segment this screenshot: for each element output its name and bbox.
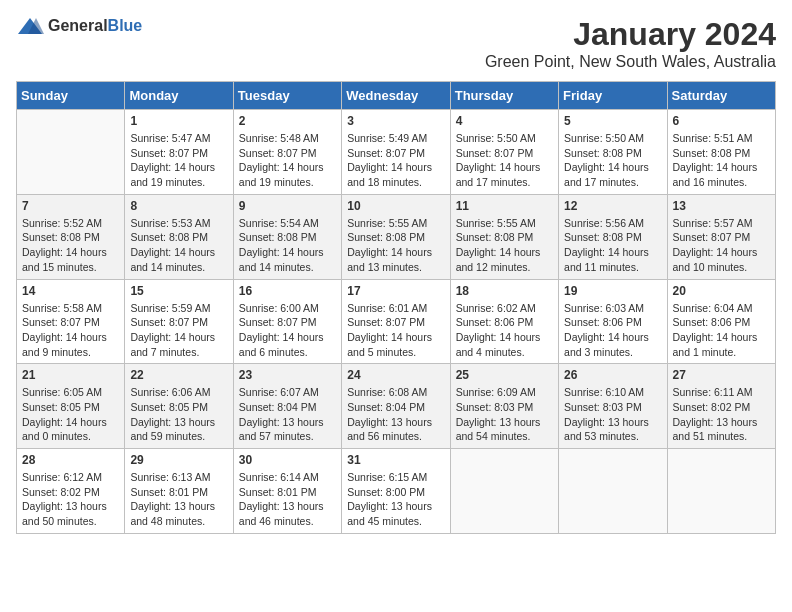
calendar-header-wednesday: Wednesday — [342, 82, 450, 110]
day-info: Sunrise: 5:50 AM Sunset: 8:08 PM Dayligh… — [564, 131, 661, 190]
day-number: 22 — [130, 368, 227, 382]
day-number: 4 — [456, 114, 553, 128]
page-header: GeneralBlue January 2024 Green Point, Ne… — [16, 16, 776, 71]
day-number: 23 — [239, 368, 336, 382]
calendar-cell: 21Sunrise: 6:05 AM Sunset: 8:05 PM Dayli… — [17, 364, 125, 449]
day-number: 6 — [673, 114, 770, 128]
day-info: Sunrise: 5:51 AM Sunset: 8:08 PM Dayligh… — [673, 131, 770, 190]
calendar-cell: 30Sunrise: 6:14 AM Sunset: 8:01 PM Dayli… — [233, 449, 341, 534]
calendar-cell: 20Sunrise: 6:04 AM Sunset: 8:06 PM Dayli… — [667, 279, 775, 364]
day-info: Sunrise: 5:54 AM Sunset: 8:08 PM Dayligh… — [239, 216, 336, 275]
day-number: 2 — [239, 114, 336, 128]
calendar-cell — [17, 110, 125, 195]
calendar-header-friday: Friday — [559, 82, 667, 110]
calendar-header-row: SundayMondayTuesdayWednesdayThursdayFrid… — [17, 82, 776, 110]
calendar-cell: 26Sunrise: 6:10 AM Sunset: 8:03 PM Dayli… — [559, 364, 667, 449]
day-info: Sunrise: 6:13 AM Sunset: 8:01 PM Dayligh… — [130, 470, 227, 529]
calendar-cell: 25Sunrise: 6:09 AM Sunset: 8:03 PM Dayli… — [450, 364, 558, 449]
day-number: 19 — [564, 284, 661, 298]
calendar-cell: 14Sunrise: 5:58 AM Sunset: 8:07 PM Dayli… — [17, 279, 125, 364]
calendar-cell: 29Sunrise: 6:13 AM Sunset: 8:01 PM Dayli… — [125, 449, 233, 534]
calendar-cell: 15Sunrise: 5:59 AM Sunset: 8:07 PM Dayli… — [125, 279, 233, 364]
day-info: Sunrise: 6:01 AM Sunset: 8:07 PM Dayligh… — [347, 301, 444, 360]
calendar-header-thursday: Thursday — [450, 82, 558, 110]
logo: GeneralBlue — [16, 16, 142, 36]
day-number: 3 — [347, 114, 444, 128]
calendar-cell: 7Sunrise: 5:52 AM Sunset: 8:08 PM Daylig… — [17, 194, 125, 279]
day-number: 27 — [673, 368, 770, 382]
day-info: Sunrise: 6:09 AM Sunset: 8:03 PM Dayligh… — [456, 385, 553, 444]
day-info: Sunrise: 6:04 AM Sunset: 8:06 PM Dayligh… — [673, 301, 770, 360]
calendar-cell: 16Sunrise: 6:00 AM Sunset: 8:07 PM Dayli… — [233, 279, 341, 364]
calendar-week-row: 1Sunrise: 5:47 AM Sunset: 8:07 PM Daylig… — [17, 110, 776, 195]
day-info: Sunrise: 6:14 AM Sunset: 8:01 PM Dayligh… — [239, 470, 336, 529]
calendar-cell: 19Sunrise: 6:03 AM Sunset: 8:06 PM Dayli… — [559, 279, 667, 364]
day-info: Sunrise: 6:12 AM Sunset: 8:02 PM Dayligh… — [22, 470, 119, 529]
calendar-cell: 11Sunrise: 5:55 AM Sunset: 8:08 PM Dayli… — [450, 194, 558, 279]
day-info: Sunrise: 5:53 AM Sunset: 8:08 PM Dayligh… — [130, 216, 227, 275]
day-number: 9 — [239, 199, 336, 213]
day-info: Sunrise: 6:05 AM Sunset: 8:05 PM Dayligh… — [22, 385, 119, 444]
title-block: January 2024 Green Point, New South Wale… — [485, 16, 776, 71]
calendar-cell: 22Sunrise: 6:06 AM Sunset: 8:05 PM Dayli… — [125, 364, 233, 449]
calendar-cell: 13Sunrise: 5:57 AM Sunset: 8:07 PM Dayli… — [667, 194, 775, 279]
calendar-cell: 5Sunrise: 5:50 AM Sunset: 8:08 PM Daylig… — [559, 110, 667, 195]
logo-blue: Blue — [108, 17, 143, 34]
day-number: 31 — [347, 453, 444, 467]
page-subtitle: Green Point, New South Wales, Australia — [485, 53, 776, 71]
calendar-cell: 8Sunrise: 5:53 AM Sunset: 8:08 PM Daylig… — [125, 194, 233, 279]
calendar-week-row: 21Sunrise: 6:05 AM Sunset: 8:05 PM Dayli… — [17, 364, 776, 449]
day-number: 14 — [22, 284, 119, 298]
day-info: Sunrise: 5:48 AM Sunset: 8:07 PM Dayligh… — [239, 131, 336, 190]
calendar-cell — [667, 449, 775, 534]
day-number: 13 — [673, 199, 770, 213]
day-info: Sunrise: 5:50 AM Sunset: 8:07 PM Dayligh… — [456, 131, 553, 190]
day-info: Sunrise: 6:11 AM Sunset: 8:02 PM Dayligh… — [673, 385, 770, 444]
calendar-cell: 24Sunrise: 6:08 AM Sunset: 8:04 PM Dayli… — [342, 364, 450, 449]
calendar-cell: 10Sunrise: 5:55 AM Sunset: 8:08 PM Dayli… — [342, 194, 450, 279]
day-number: 21 — [22, 368, 119, 382]
day-number: 30 — [239, 453, 336, 467]
day-info: Sunrise: 5:59 AM Sunset: 8:07 PM Dayligh… — [130, 301, 227, 360]
day-info: Sunrise: 6:03 AM Sunset: 8:06 PM Dayligh… — [564, 301, 661, 360]
day-number: 28 — [22, 453, 119, 467]
day-info: Sunrise: 5:56 AM Sunset: 8:08 PM Dayligh… — [564, 216, 661, 275]
day-number: 17 — [347, 284, 444, 298]
day-number: 16 — [239, 284, 336, 298]
day-number: 18 — [456, 284, 553, 298]
calendar-cell: 4Sunrise: 5:50 AM Sunset: 8:07 PM Daylig… — [450, 110, 558, 195]
calendar-header-monday: Monday — [125, 82, 233, 110]
day-info: Sunrise: 5:49 AM Sunset: 8:07 PM Dayligh… — [347, 131, 444, 190]
day-number: 1 — [130, 114, 227, 128]
day-info: Sunrise: 6:07 AM Sunset: 8:04 PM Dayligh… — [239, 385, 336, 444]
day-info: Sunrise: 6:10 AM Sunset: 8:03 PM Dayligh… — [564, 385, 661, 444]
day-number: 20 — [673, 284, 770, 298]
calendar-cell — [450, 449, 558, 534]
logo-general: General — [48, 17, 108, 34]
calendar-cell: 1Sunrise: 5:47 AM Sunset: 8:07 PM Daylig… — [125, 110, 233, 195]
day-info: Sunrise: 6:06 AM Sunset: 8:05 PM Dayligh… — [130, 385, 227, 444]
calendar-header-sunday: Sunday — [17, 82, 125, 110]
calendar-cell: 12Sunrise: 5:56 AM Sunset: 8:08 PM Dayli… — [559, 194, 667, 279]
day-info: Sunrise: 5:58 AM Sunset: 8:07 PM Dayligh… — [22, 301, 119, 360]
day-info: Sunrise: 5:47 AM Sunset: 8:07 PM Dayligh… — [130, 131, 227, 190]
day-number: 10 — [347, 199, 444, 213]
calendar-header-tuesday: Tuesday — [233, 82, 341, 110]
calendar-cell: 2Sunrise: 5:48 AM Sunset: 8:07 PM Daylig… — [233, 110, 341, 195]
calendar: SundayMondayTuesdayWednesdayThursdayFrid… — [16, 81, 776, 534]
calendar-cell: 28Sunrise: 6:12 AM Sunset: 8:02 PM Dayli… — [17, 449, 125, 534]
logo-icon — [16, 16, 44, 36]
day-number: 15 — [130, 284, 227, 298]
calendar-cell: 18Sunrise: 6:02 AM Sunset: 8:06 PM Dayli… — [450, 279, 558, 364]
calendar-header-saturday: Saturday — [667, 82, 775, 110]
calendar-week-row: 7Sunrise: 5:52 AM Sunset: 8:08 PM Daylig… — [17, 194, 776, 279]
day-info: Sunrise: 6:15 AM Sunset: 8:00 PM Dayligh… — [347, 470, 444, 529]
day-number: 26 — [564, 368, 661, 382]
day-number: 24 — [347, 368, 444, 382]
day-info: Sunrise: 5:57 AM Sunset: 8:07 PM Dayligh… — [673, 216, 770, 275]
calendar-cell: 9Sunrise: 5:54 AM Sunset: 8:08 PM Daylig… — [233, 194, 341, 279]
day-info: Sunrise: 6:00 AM Sunset: 8:07 PM Dayligh… — [239, 301, 336, 360]
calendar-cell: 17Sunrise: 6:01 AM Sunset: 8:07 PM Dayli… — [342, 279, 450, 364]
day-info: Sunrise: 5:55 AM Sunset: 8:08 PM Dayligh… — [347, 216, 444, 275]
calendar-cell: 27Sunrise: 6:11 AM Sunset: 8:02 PM Dayli… — [667, 364, 775, 449]
